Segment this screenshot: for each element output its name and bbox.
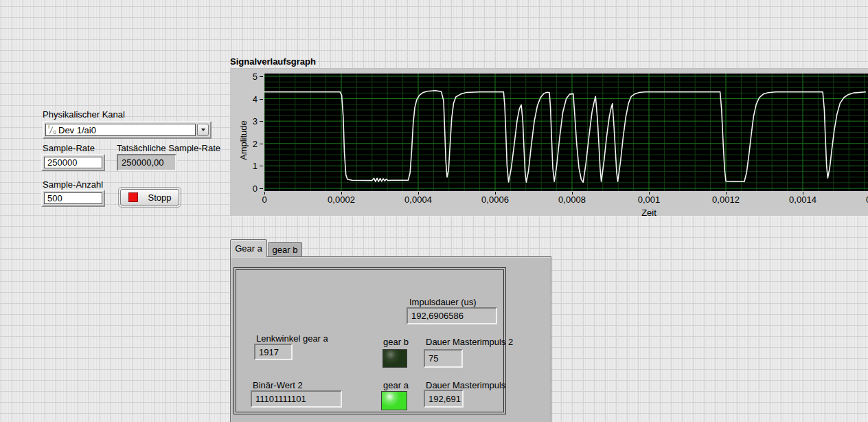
y-tick-label: 3 [236, 116, 258, 126]
gear-b-led [382, 349, 407, 368]
x-tick-label: 0,0008 [558, 195, 586, 205]
y-tick-label: 5 [236, 71, 258, 82]
y-tick-label: 4 [236, 93, 258, 104]
sample-count-control[interactable] [41, 190, 105, 207]
y-tick-label: 1 [236, 161, 258, 171]
x-tick-label: 0,0014 [789, 195, 816, 205]
x-tick-label: 0,0012 [712, 195, 740, 205]
gear-a-led [381, 391, 407, 410]
tab-gear-a[interactable]: Gear a [230, 239, 267, 257]
physical-channel-field[interactable]: I 0 [45, 124, 196, 136]
graph-title: Signalverlaufsgraph [230, 56, 316, 67]
channel-dropdown-button[interactable] [197, 124, 209, 136]
x-tick-label: 0,0006 [481, 195, 509, 205]
chevron-down-icon [201, 129, 205, 131]
stop-button-label: Stopp [148, 192, 172, 203]
waveform-graph: Amplitude 00,00020,00040,00060,00080,001… [230, 68, 868, 216]
x-tick-label: 0 [262, 195, 266, 205]
dauer-masterimpuls-label: Dauer Masterimpuls [426, 380, 505, 390]
impulsdauer-label: Impulsdauer (us) [409, 297, 477, 307]
y-tick-label: 0 [236, 184, 258, 194]
sample-rate-label: Sample-Rate [43, 143, 95, 153]
sample-count-label: Sample-Anzahl [43, 179, 103, 190]
sample-count-input[interactable] [44, 192, 102, 204]
tab-gear-b-label: gear b [273, 245, 298, 255]
io-constant-icon: I 0 [47, 124, 56, 135]
y-tick [260, 99, 263, 100]
gear-b-led-label: gear b [383, 337, 409, 347]
y-tick [260, 121, 263, 122]
x-tick-label: 0,0004 [404, 195, 432, 205]
labview-front-panel: { "controls": { "channel": {"label": "Ph… [0, 0, 868, 422]
waveform-svg [264, 74, 868, 191]
x-tick-label: 0,0002 [328, 195, 355, 205]
sample-rate-control[interactable] [41, 154, 105, 171]
stop-square-icon [128, 192, 138, 202]
stop-button-border: Stopp [118, 187, 181, 208]
physical-channel-combo[interactable]: I 0 [43, 121, 212, 139]
plot-area [264, 74, 868, 191]
y-tick [260, 188, 263, 189]
x-tick-label: 0,001 [638, 195, 661, 205]
y-tick [260, 144, 263, 144]
physical-channel-label: Physikalischer Kanal [43, 109, 125, 120]
lenkwinkel-gear-a-indicator: 1917 [254, 344, 293, 360]
dauer-masterimpuls-2-label: Dauer Masterimpuls 2 [426, 337, 513, 347]
tab-gear-a-label: Gear a [235, 243, 262, 254]
binaer-wert-2-label: Binär-Wert 2 [253, 380, 303, 390]
actual-sample-rate-indicator: 250000,00 [117, 154, 176, 171]
sample-rate-input[interactable] [44, 157, 102, 168]
lenkwinkel-gear-a-label: Lenkwinkel gear a [256, 333, 328, 344]
binaer-wert-2-indicator: 11101111101 [251, 390, 342, 408]
tab-gear-b[interactable]: gear b [268, 242, 302, 257]
dauer-masterimpuls-2-indicator: 75 [424, 349, 463, 368]
x-axis-label: Zeit [641, 208, 656, 216]
dauer-masterimpuls-indicator: 192,691 [424, 390, 464, 408]
stop-button[interactable]: Stopp [120, 189, 179, 206]
actual-sample-rate-label: Tatsächliche Sample-Rate [117, 143, 220, 153]
physical-channel-input[interactable] [58, 125, 194, 135]
y-tick [260, 166, 263, 166]
gear-a-led-label: gear a [383, 380, 409, 390]
impulsdauer-indicator: 192,6906586 [407, 307, 497, 324]
y-tick-label: 2 [236, 138, 258, 148]
y-tick [260, 76, 263, 77]
